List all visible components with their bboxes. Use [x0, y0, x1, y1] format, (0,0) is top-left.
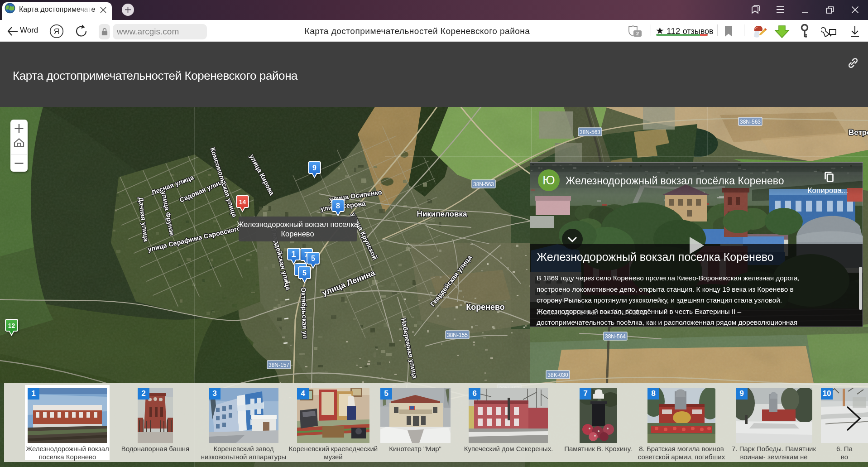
svg-text:Коренево: Коренево [466, 303, 505, 312]
svg-text:8: 8 [336, 202, 340, 210]
svg-text:38N-155: 38N-155 [447, 332, 468, 338]
svg-text:5: 5 [311, 255, 315, 262]
svg-text:2: 2 [636, 31, 639, 36]
svg-text:38N-563: 38N-563 [473, 181, 494, 188]
svg-text:1: 1 [291, 250, 296, 259]
svg-text:38K-030: 38K-030 [547, 372, 568, 378]
svg-text:38N-564: 38N-564 [605, 333, 626, 340]
svg-text:Железнодорожный вокзал поселка: Железнодорожный вокзал поселка [237, 220, 359, 228]
svg-text:5: 5 [302, 269, 307, 277]
svg-text:38N-157: 38N-157 [269, 362, 289, 368]
svg-text:Коренево: Коренево [281, 230, 314, 238]
svg-text:38N-563: 38N-563 [580, 129, 600, 135]
svg-text:12: 12 [8, 322, 15, 329]
svg-text:Никипеловка: Никипеловка [417, 210, 467, 218]
svg-text:Ветрене: Ветрене [849, 128, 868, 137]
svg-text:9: 9 [312, 164, 317, 172]
svg-text:38N-563: 38N-563 [740, 119, 761, 125]
svg-text:14: 14 [239, 198, 246, 206]
